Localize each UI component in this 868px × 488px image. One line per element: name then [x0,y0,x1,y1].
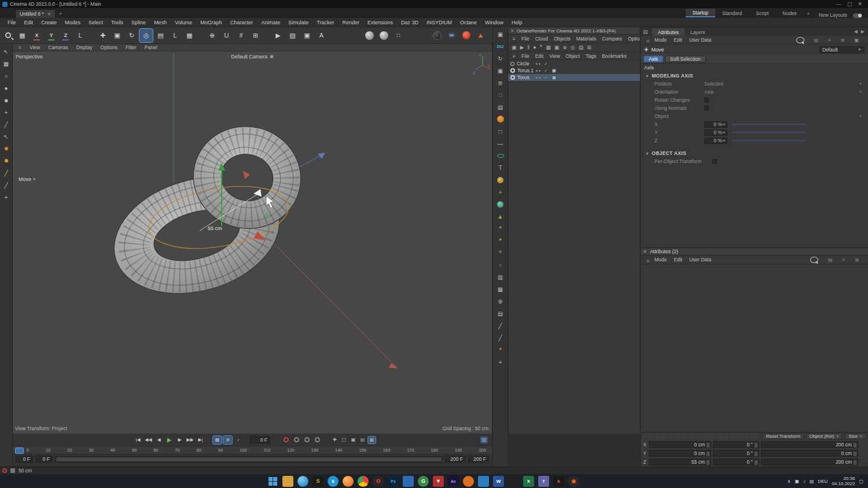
teams-icon[interactable]: T [538,476,549,487]
cube-tool-icon[interactable]: ■ [2,96,11,104]
range-end-field-2[interactable]: 200 F [468,456,489,463]
key-scale-icon[interactable] [303,436,311,444]
menu-item[interactable]: File [3,20,20,25]
z-percent-field[interactable]: 0 % [704,138,727,144]
om-menu-item[interactable]: Bookmarks [599,53,630,59]
new-layouts-label[interactable]: New Layouts [813,12,853,18]
square-icon[interactable]: □ [495,127,506,136]
attr2-hamburger-icon[interactable]: ≡ [643,258,653,264]
substance-app-icon[interactable]: S [312,476,323,487]
range-end-field[interactable]: 200 F [445,456,466,463]
play-button-icon[interactable]: ▶ [165,436,174,444]
key-rotation-icon[interactable] [313,436,322,444]
orientation-dropdown[interactable]: Axis ▼ [704,89,868,95]
menu-item[interactable]: Edit [20,20,38,25]
rotation-field[interactable]: 0 ° [713,459,759,465]
phong-tag-icon[interactable] [552,69,556,73]
menu-item[interactable]: Simulate [284,20,312,25]
goto-start-icon[interactable]: |◀ [134,436,142,444]
goto-end-icon[interactable]: ▶| [196,436,205,444]
keyframe-param-icon[interactable]: ▣ [350,437,357,443]
tray-network-icon[interactable]: ▤ [810,479,814,484]
x-slider[interactable] [732,124,806,125]
om-menu-item[interactable]: Object [563,53,583,59]
menu-item[interactable]: Animate [257,20,284,25]
material-sphere-icon[interactable] [363,29,376,42]
autokey-icon[interactable]: ✚ [331,437,339,443]
attr-hamburger-icon[interactable]: ▤ [643,29,648,35]
document-tab[interactable]: Untitled 6 * ✕ [15,9,56,18]
attr-menu-item[interactable]: Edit [670,37,686,43]
octane-render-icon[interactable]: ▣ [512,45,517,50]
position-field[interactable]: 55 cm [649,459,711,465]
om-menu-item[interactable]: File [518,53,532,59]
object-rel-dropdown[interactable]: Object (Rel) ▼ [806,433,843,439]
attr-menu-item[interactable]: User Data [686,37,715,43]
octane-cam-icon[interactable]: ▣ [554,45,560,50]
menu-item[interactable]: Character [226,20,258,25]
octane-menu-item[interactable]: Materials [573,36,599,42]
quantize-icon[interactable]: ⊞ [249,29,262,42]
text-tool-icon[interactable]: T [495,163,506,172]
position-field[interactable]: 0 cm [649,450,711,457]
green-figure-icon[interactable]: + [495,187,506,197]
coordinate-system-icon[interactable]: ⊕ [205,29,219,42]
octane-menu-item[interactable]: File [518,36,532,42]
maximize-button[interactable]: ▢ [847,1,852,7]
teal-circle-icon[interactable]: ○ [495,260,506,269]
notification-icon[interactable]: ▢ [859,479,863,484]
preview-range-scrollbar[interactable] [55,456,443,463]
axis-tool-icon[interactable]: + [2,108,11,116]
position-field[interactable]: 0 cm [649,441,711,448]
y-slider[interactable] [732,132,806,133]
attr-menu-hamburger-icon[interactable]: ≡ [643,38,653,44]
viewport-canvas[interactable]: 55 cm Y X Z Perspective Default Camera ▣… [13,51,492,434]
object-row-circle[interactable]: Circle ✓ [508,60,640,67]
z-slider[interactable] [732,140,806,141]
rect-select-icon[interactable]: ▦ [2,60,11,68]
octane-menu-item[interactable]: Objects [551,36,573,42]
select-arrow-icon[interactable]: ↖ [2,47,11,56]
layout-tab[interactable]: Standard [715,9,749,17]
layout-toggle[interactable] [853,13,862,18]
viewport-hamburger-icon[interactable]: ≡ [15,45,25,50]
render-picture-viewer-icon[interactable]: ▨ [286,29,299,42]
green-flower-icon[interactable]: * [495,224,506,233]
keyframe-pla-icon[interactable]: ▤ [359,437,366,443]
photoshop-icon[interactable]: Ps [388,476,399,487]
viewport-menu-item[interactable]: Options [97,45,121,50]
scale-tool-icon[interactable]: ▣ [111,29,124,42]
timeline-options-icon[interactable]: ▨ [480,437,488,443]
layout-tab[interactable]: Startup [686,9,715,17]
orange-flower-icon[interactable]: * [495,345,506,354]
material-manager-icons[interactable]: ∷ [392,29,405,42]
close-button[interactable]: ✕ [858,1,862,7]
om-menu-item[interactable]: Tags [583,53,599,59]
opera-icon[interactable]: O [373,476,384,487]
enabled-check-icon[interactable]: ✓ [544,61,548,66]
attr2-close-icon[interactable]: ✕ [643,249,647,254]
add-layout-button[interactable]: + [804,9,813,18]
camera-label-group[interactable]: Default Camera ▣ [231,54,274,60]
menu-item[interactable]: Daz 3D [397,20,422,25]
yellow-pen-icon[interactable]: ╱ [2,169,11,177]
knife-tool-icon[interactable]: ╱ [2,181,11,189]
viewport-menu-item[interactable]: Filter [122,45,140,50]
object-row-torus[interactable]: Torus ✓ [508,74,640,81]
timeline-ruler[interactable]: 0102030405060708090100110120130140150160… [13,446,492,454]
object-row-torus1[interactable]: Torus.1 ✓ [508,67,640,74]
ruler-icon[interactable]: L [168,29,182,42]
position-dropdown[interactable]: Selected ▼ [704,81,868,87]
orange-app-icon[interactable] [463,476,474,487]
menu-item[interactable]: MoGraph [196,20,226,25]
menu-item[interactable]: INSYDIUM [422,20,456,25]
workplane-icon[interactable]: L [73,29,87,42]
range-start-field-2[interactable]: 0 F [35,456,53,463]
mode-button[interactable]: Soft Selection [665,56,705,62]
blue-app-icon[interactable] [403,476,414,487]
menu-item[interactable]: Help [507,20,527,25]
minimize-button[interactable]: — [836,1,841,7]
menu-item[interactable]: Tracker [312,20,338,25]
octane-toolbar-icon[interactable]: ▣ [495,29,506,39]
grid-snap-icon[interactable]: # [234,29,248,42]
